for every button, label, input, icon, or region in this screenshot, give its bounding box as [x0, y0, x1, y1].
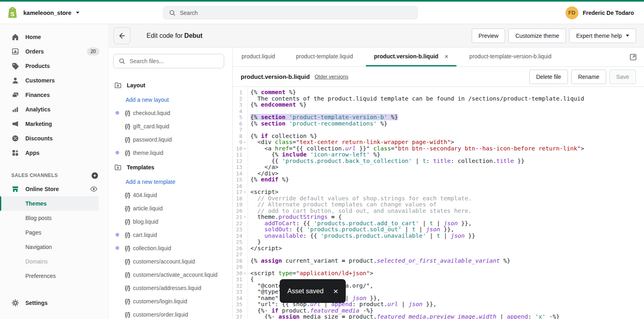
fold-gutter — [242, 220, 248, 227]
tab-product-version-b-liquid[interactable]: product.version-b.liquid× — [366, 47, 456, 66]
user-name: Frederic De Todaro — [583, 10, 634, 16]
add-link-layout[interactable]: Add a new layout — [109, 93, 232, 106]
fold-arrow-icon[interactable]: ▾ — [242, 189, 248, 196]
line-number: 29 — [233, 264, 242, 270]
sidebar-subitem-blog-posts[interactable]: Blog posts — [0, 211, 99, 225]
folder-download-icon — [114, 81, 122, 89]
back-button[interactable] — [114, 27, 130, 44]
plus-circle-icon[interactable] — [91, 171, 99, 179]
store-switcher[interactable]: S kameleoon_store — [6, 6, 79, 20]
customers-icon — [11, 76, 19, 84]
marketing-icon — [11, 120, 19, 128]
apps-icon — [11, 149, 19, 157]
file-item-customers-account-liquid[interactable]: {/}customers/account.liquid — [109, 255, 232, 268]
line-number: 33 — [233, 289, 242, 295]
close-icon[interactable]: × — [444, 53, 448, 60]
sidebar-subitem-domains[interactable]: Domains — [0, 254, 99, 269]
file-item-theme-liquid[interactable]: {/}theme.liquid — [109, 146, 232, 159]
close-icon[interactable]: × — [333, 287, 338, 295]
sidebar-subitem-pages[interactable]: Pages — [0, 225, 99, 240]
user-menu[interactable]: FD Frederic De Todaro — [566, 6, 634, 19]
fold-arrow-icon[interactable]: ▾ — [242, 214, 248, 220]
add-link-templates[interactable]: Add a new template — [109, 175, 232, 188]
file-search[interactable] — [113, 54, 224, 68]
older-versions-link[interactable]: Older versions — [315, 74, 349, 80]
line-number: 17 — [233, 189, 242, 196]
preview-button[interactable]: Preview — [472, 29, 506, 43]
fold-gutter — [242, 114, 248, 121]
sidebar-item-analytics[interactable]: Analytics — [0, 102, 108, 117]
eye-icon[interactable] — [90, 185, 98, 193]
chevron-down-icon — [626, 35, 629, 37]
fold-arrow-icon[interactable]: ▾ — [242, 139, 248, 146]
sidebar-subitem-navigation[interactable]: Navigation — [0, 240, 99, 254]
sidebar-item-online-store[interactable]: Online Store — [0, 182, 108, 196]
chevron-down-icon — [76, 12, 79, 14]
expert-theme-help-button[interactable]: Expert theme help — [569, 29, 636, 43]
global-search-input[interactable] — [180, 10, 413, 16]
file-item-collection-liquid[interactable]: {/}collection.liquid — [109, 241, 232, 255]
sidebar-item-marketing[interactable]: Marketing — [0, 117, 108, 131]
tab-product-template-version-b-liquid[interactable]: product-template-version-b.liquid — [461, 47, 559, 66]
file-item-password-liquid[interactable]: {/}password.liquid — [109, 133, 232, 146]
online-store-subnav: ThemesBlog postsPagesNavigationDomainsPr… — [0, 196, 108, 283]
sales-channels-header: SALES CHANNELS — [0, 169, 108, 182]
page-header: Edit code forDebut Preview Customize the… — [109, 24, 644, 47]
sidebar-item-settings[interactable]: Settings — [0, 296, 108, 310]
tabs-container: product.liquidproduct-template.liquidpro… — [233, 47, 564, 66]
folder-download-icon — [114, 163, 122, 171]
products-icon — [11, 62, 19, 70]
file-item-404-liquid[interactable]: {/}404.liquid — [109, 188, 232, 202]
delete-file-button[interactable]: Delete file — [529, 70, 568, 84]
save-button[interactable]: Save — [609, 70, 636, 84]
code-line-8: 8{% if collection %} — [233, 133, 644, 140]
modified-dot — [116, 151, 119, 154]
sidebar-item-customers[interactable]: Customers — [0, 73, 108, 88]
file-item-customers-login-liquid[interactable]: {/}customers/login.liquid — [109, 294, 232, 308]
file-item-customers-activate-account-liquid[interactable]: {/}customers/activate_account.liquid — [109, 268, 232, 281]
fold-gutter — [242, 301, 248, 308]
file-item-article-liquid[interactable]: {/}article.liquid — [109, 202, 232, 215]
sidebar-item-apps[interactable]: Apps — [0, 146, 108, 160]
global-search[interactable] — [163, 6, 418, 19]
code-line-28: 28{% assign current_variant = product.se… — [233, 258, 644, 264]
sidebar-item-discounts[interactable]: Discounts — [0, 131, 108, 146]
file-item-checkout-liquid[interactable]: {/}checkout.liquid — [109, 106, 232, 119]
fold-gutter — [242, 308, 248, 314]
customize-theme-button[interactable]: Customize theme — [508, 29, 566, 43]
sidebar-subitem-preferences[interactable]: Preferences — [0, 269, 99, 283]
sidebar-item-label: Discounts — [25, 135, 53, 142]
sidebar-item-label: Marketing — [25, 121, 52, 127]
liquid-file-icon: {/} — [125, 298, 130, 305]
line-number: 3 — [233, 102, 242, 108]
file-search-input[interactable] — [130, 58, 219, 64]
tab-product-template-liquid[interactable]: product-template.liquid — [288, 47, 361, 66]
sidebar-nav: HomeOrders20ProductsCustomersFinancesAna… — [0, 30, 108, 160]
fold-arrow-icon[interactable]: ▾ — [242, 270, 248, 277]
line-number: 30 — [233, 270, 242, 277]
fold-arrow-icon[interactable]: ▾ — [242, 146, 248, 152]
file-item-cart-liquid[interactable]: {/}cart.liquid — [109, 228, 232, 241]
expand-icon[interactable] — [629, 53, 637, 61]
tree-section-layout[interactable]: Layout — [109, 77, 232, 93]
fold-gutter — [242, 127, 248, 133]
sidebar-item-orders[interactable]: Orders20 — [0, 44, 108, 59]
tree-section-templates[interactable]: Templates — [109, 159, 232, 175]
finances-icon — [11, 91, 19, 99]
rename-button[interactable]: Rename — [571, 70, 606, 84]
liquid-file-icon: {/} — [125, 311, 130, 318]
file-item-customers-order-liquid[interactable]: {/}customers/order.liquid — [109, 308, 232, 319]
file-item-customers-addresses-liquid[interactable]: {/}customers/addresses.liquid — [109, 281, 232, 294]
sidebar-item-finances[interactable]: Finances — [0, 88, 108, 102]
line-number: 19 — [233, 202, 242, 208]
code-line-2: 2 The contents of the product.liquid tem… — [233, 96, 644, 102]
header-actions: Preview Customize theme Expert theme hel… — [472, 29, 636, 43]
sidebar-item-home[interactable]: Home — [0, 30, 108, 44]
back-arrow-icon — [118, 32, 126, 40]
sidebar-subitem-themes[interactable]: Themes — [0, 196, 99, 211]
sidebar-item-products[interactable]: Products — [0, 59, 108, 73]
file-item-blog-liquid[interactable]: {/}blog.liquid — [109, 215, 232, 228]
file-item-gift-card-liquid[interactable]: {/}gift_card.liquid — [109, 119, 232, 133]
code-editor: product.liquidproduct-template.liquidpro… — [233, 47, 644, 319]
tab-product-liquid[interactable]: product.liquid — [233, 47, 283, 66]
